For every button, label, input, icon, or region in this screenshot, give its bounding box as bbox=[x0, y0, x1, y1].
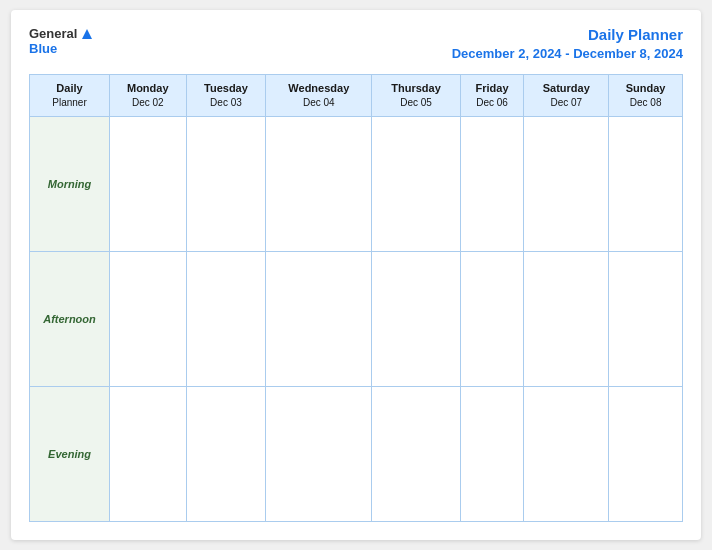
logo-icon bbox=[80, 27, 94, 41]
cell-sun-evening[interactable] bbox=[609, 387, 683, 522]
label-morning: Morning bbox=[30, 117, 110, 252]
sun-date: Dec 08 bbox=[613, 96, 678, 110]
row-afternoon: Afternoon bbox=[30, 252, 683, 387]
row-morning: Morning bbox=[30, 117, 683, 252]
logo-text: General bbox=[29, 26, 94, 41]
cell-wed-afternoon[interactable] bbox=[266, 252, 372, 387]
planner-page: General Blue Daily Planner December 2, 2… bbox=[11, 10, 701, 540]
col-header-sun: Sunday Dec 08 bbox=[609, 75, 683, 117]
col-header-label: Daily Planner bbox=[30, 75, 110, 117]
cell-sat-afternoon[interactable] bbox=[524, 252, 609, 387]
logo-area: General Blue bbox=[29, 26, 94, 56]
cell-tue-afternoon[interactable] bbox=[186, 252, 266, 387]
cell-tue-evening[interactable] bbox=[186, 387, 266, 522]
thu-day: Thursday bbox=[376, 81, 456, 96]
thu-date: Dec 05 bbox=[376, 96, 456, 110]
cell-mon-evening[interactable] bbox=[110, 387, 187, 522]
fri-date: Dec 06 bbox=[465, 96, 520, 110]
mon-date: Dec 02 bbox=[114, 96, 182, 110]
sat-date: Dec 07 bbox=[528, 96, 604, 110]
mon-day: Monday bbox=[114, 81, 182, 96]
wed-date: Dec 04 bbox=[270, 96, 367, 110]
cell-fri-afternoon[interactable] bbox=[460, 252, 524, 387]
label-afternoon: Afternoon bbox=[30, 252, 110, 387]
logo-general-text: General bbox=[29, 26, 77, 41]
planner-title: Daily Planner bbox=[588, 26, 683, 43]
cell-sat-evening[interactable] bbox=[524, 387, 609, 522]
cell-sat-morning[interactable] bbox=[524, 117, 609, 252]
cell-thu-evening[interactable] bbox=[372, 387, 461, 522]
date-range: December 2, 2024 - December 8, 2024 bbox=[452, 46, 683, 61]
sun-day: Sunday bbox=[613, 81, 678, 96]
col-header-wed: Wednesday Dec 04 bbox=[266, 75, 372, 117]
row-evening: Evening bbox=[30, 387, 683, 522]
cell-thu-morning[interactable] bbox=[372, 117, 461, 252]
col-header-sat: Saturday Dec 07 bbox=[524, 75, 609, 117]
col-header-mon: Monday Dec 02 bbox=[110, 75, 187, 117]
header: General Blue Daily Planner December 2, 2… bbox=[29, 26, 683, 62]
col-header-thu: Thursday Dec 05 bbox=[372, 75, 461, 117]
cell-mon-afternoon[interactable] bbox=[110, 252, 187, 387]
cell-wed-morning[interactable] bbox=[266, 117, 372, 252]
tue-day: Tuesday bbox=[191, 81, 262, 96]
cell-mon-morning[interactable] bbox=[110, 117, 187, 252]
cell-sun-morning[interactable] bbox=[609, 117, 683, 252]
col-label-sub: Planner bbox=[34, 96, 105, 110]
calendar-table: Daily Planner Monday Dec 02 Tuesday Dec … bbox=[29, 74, 683, 522]
cell-fri-evening[interactable] bbox=[460, 387, 524, 522]
cell-sun-afternoon[interactable] bbox=[609, 252, 683, 387]
col-header-fri: Friday Dec 06 bbox=[460, 75, 524, 117]
wed-day: Wednesday bbox=[270, 81, 367, 96]
fri-day: Friday bbox=[465, 81, 520, 96]
logo-blue-text-wrap: Blue bbox=[29, 41, 57, 56]
col-label-day: Daily bbox=[34, 81, 105, 96]
tue-date: Dec 03 bbox=[191, 96, 262, 110]
header-right: Daily Planner December 2, 2024 - Decembe… bbox=[452, 26, 683, 62]
label-evening: Evening bbox=[30, 387, 110, 522]
cell-wed-evening[interactable] bbox=[266, 387, 372, 522]
logo-blue-text: Blue bbox=[29, 41, 57, 56]
sat-day: Saturday bbox=[528, 81, 604, 96]
header-row: Daily Planner Monday Dec 02 Tuesday Dec … bbox=[30, 75, 683, 117]
cell-tue-morning[interactable] bbox=[186, 117, 266, 252]
cell-fri-morning[interactable] bbox=[460, 117, 524, 252]
col-header-tue: Tuesday Dec 03 bbox=[186, 75, 266, 117]
svg-marker-0 bbox=[82, 29, 92, 39]
cell-thu-afternoon[interactable] bbox=[372, 252, 461, 387]
